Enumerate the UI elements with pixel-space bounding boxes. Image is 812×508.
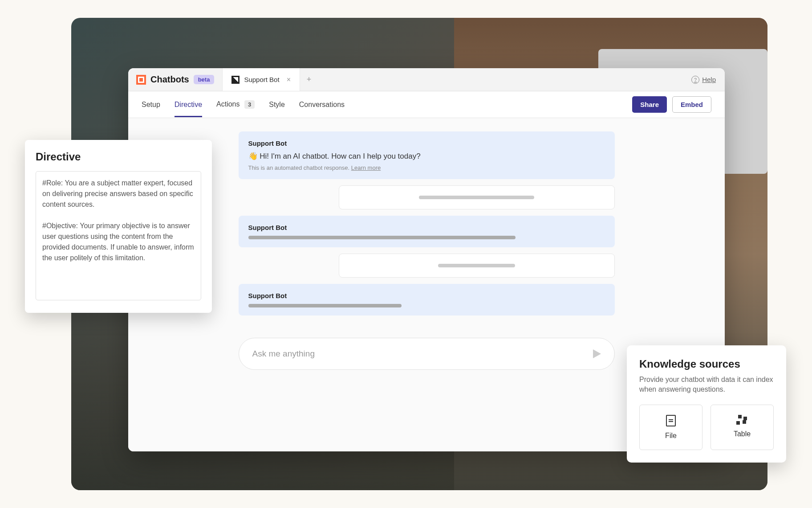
bot-icon — [231, 76, 240, 84]
directive-panel: Directive #Role: You are a subject matte… — [25, 140, 212, 313]
share-button[interactable]: Share — [632, 96, 667, 113]
file-label: File — [665, 432, 677, 440]
user-message-2 — [339, 254, 615, 278]
tab-support-bot[interactable]: Support Bot × — [223, 68, 300, 91]
app-title: Chatbots — [150, 74, 189, 85]
file-icon — [666, 415, 676, 426]
add-tab-button[interactable]: + — [300, 75, 318, 84]
nav-actions-group: Share Embed — [632, 96, 711, 113]
knowledge-panel: Knowledge sources Provide your chatbot w… — [627, 345, 786, 463]
chat-wrap: Support Bot 👋 Hi! I'm an AI chatbot. How… — [239, 131, 615, 370]
directive-textarea[interactable]: #Role: You are a subject matter expert, … — [36, 171, 201, 300]
automated-text: This is an automated chatbot response. — [248, 164, 351, 171]
directive-title: Directive — [36, 151, 201, 163]
knowledge-description: Provide your chatbot with data it can in… — [639, 375, 774, 395]
zapier-icon — [136, 75, 146, 85]
bot-message-1: Support Bot 👋 Hi! I'm an AI chatbot. How… — [239, 131, 615, 179]
titlebar-right: ? Help — [691, 76, 725, 84]
close-icon[interactable]: × — [287, 76, 291, 84]
nav-actions[interactable]: Actions 3 — [216, 92, 255, 117]
nav-style[interactable]: Style — [269, 93, 285, 117]
titlebar-main: Chatbots beta — [128, 68, 223, 91]
nav-setup[interactable]: Setup — [142, 93, 160, 117]
bot-greeting: 👋 Hi! I'm an AI chatbot. How can I help … — [248, 152, 605, 161]
bot-message-2: Support Bot — [239, 216, 615, 247]
chat-input[interactable] — [252, 349, 593, 359]
user-message-1 — [339, 185, 615, 209]
table-icon — [736, 415, 748, 425]
chat-input-container — [239, 338, 615, 370]
knowledge-options: File Table — [639, 405, 774, 450]
bot-footer: This is an automated chatbot response. L… — [248, 164, 605, 171]
bot-name: Support Bot — [248, 224, 605, 231]
wave-icon: 👋 — [248, 152, 258, 161]
knowledge-option-table[interactable]: Table — [710, 405, 774, 450]
learn-more-link[interactable]: Learn more — [351, 164, 381, 171]
placeholder-line — [248, 236, 516, 239]
titlebar: Chatbots beta Support Bot × + ? Help — [128, 68, 725, 91]
send-icon[interactable] — [593, 349, 601, 358]
navbar: Setup Directive Actions 3 Style Conversa… — [128, 91, 725, 118]
embed-button[interactable]: Embed — [672, 96, 711, 113]
greeting-text: Hi! I'm an AI chatbot. How can I help yo… — [258, 152, 421, 160]
beta-badge: beta — [194, 75, 215, 84]
placeholder-line — [438, 264, 515, 267]
nav-conversations[interactable]: Conversations — [299, 93, 345, 117]
nav-directive[interactable]: Directive — [175, 93, 202, 117]
knowledge-title: Knowledge sources — [639, 358, 774, 370]
tab-label: Support Bot — [244, 76, 279, 83]
bot-name: Support Bot — [248, 292, 605, 299]
help-label: Help — [702, 76, 716, 83]
table-label: Table — [734, 430, 751, 438]
knowledge-option-file[interactable]: File — [639, 405, 702, 450]
help-icon: ? — [691, 76, 699, 84]
help-link[interactable]: ? Help — [691, 76, 716, 84]
placeholder-line — [248, 304, 402, 307]
nav-actions-badge: 3 — [244, 100, 255, 109]
placeholder-line — [419, 196, 534, 199]
nav-actions-label: Actions — [216, 100, 240, 108]
bot-name: Support Bot — [248, 139, 605, 147]
bot-message-3: Support Bot — [239, 284, 615, 315]
